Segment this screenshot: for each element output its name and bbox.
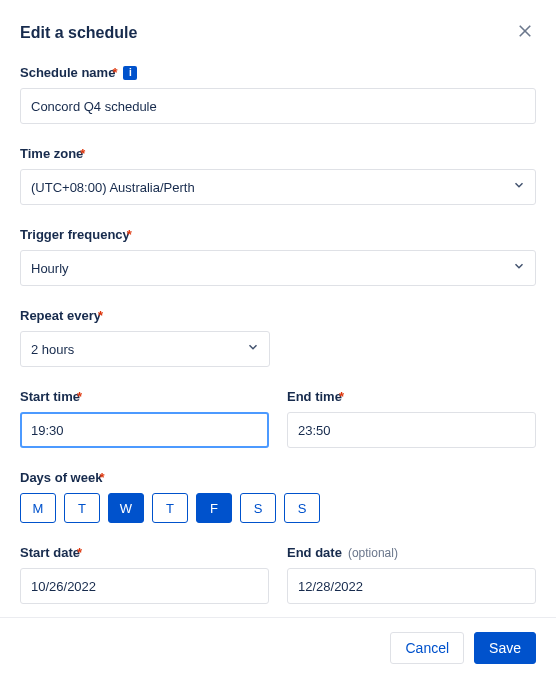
schedule-name-label: Schedule name* i	[20, 65, 536, 80]
required-marker: *	[339, 389, 344, 404]
close-icon	[516, 22, 534, 43]
timezone-group: Time zone* (UTC+08:00) Australia/Perth	[20, 146, 536, 205]
optional-marker: (optional)	[348, 546, 398, 560]
end-date-label: End date (optional)	[287, 545, 536, 560]
modal-title: Edit a schedule	[20, 24, 137, 42]
day-thursday[interactable]: T	[152, 493, 188, 523]
end-date-group: End date (optional)	[287, 545, 536, 604]
day-monday[interactable]: M	[20, 493, 56, 523]
day-sunday[interactable]: S	[284, 493, 320, 523]
repeat-every-group: Repeat every* 2 hours	[20, 308, 536, 367]
day-wednesday[interactable]: W	[108, 493, 144, 523]
end-date-input[interactable]	[287, 568, 536, 604]
required-marker: *	[112, 65, 117, 80]
required-marker: *	[127, 227, 132, 242]
required-marker: *	[99, 470, 104, 485]
end-time-group: End time*	[287, 389, 536, 448]
start-date-label: Start date*	[20, 545, 269, 560]
trigger-frequency-group: Trigger frequency* Hourly	[20, 227, 536, 286]
trigger-frequency-value: Hourly	[20, 250, 536, 286]
day-saturday[interactable]: S	[240, 493, 276, 523]
repeat-every-label: Repeat every*	[20, 308, 536, 323]
days-of-week-label: Days of week*	[20, 470, 536, 485]
day-tuesday[interactable]: T	[64, 493, 100, 523]
start-date-group: Start date*	[20, 545, 269, 604]
info-icon[interactable]: i	[123, 66, 137, 80]
required-marker: *	[80, 146, 85, 161]
repeat-every-value: 2 hours	[20, 331, 270, 367]
day-friday[interactable]: F	[196, 493, 232, 523]
days-of-week-group: Days of week* M T W T F S S	[20, 470, 536, 523]
required-marker: *	[77, 389, 82, 404]
start-date-input[interactable]	[20, 568, 269, 604]
modal-footer: Cancel Save	[0, 617, 556, 678]
end-time-label: End time*	[287, 389, 536, 404]
required-marker: *	[77, 545, 82, 560]
timezone-select[interactable]: (UTC+08:00) Australia/Perth	[20, 169, 536, 205]
close-button[interactable]	[514, 20, 536, 45]
timezone-value: (UTC+08:00) Australia/Perth	[20, 169, 536, 205]
save-button[interactable]: Save	[474, 632, 536, 664]
trigger-frequency-select[interactable]: Hourly	[20, 250, 536, 286]
start-time-label: Start time*	[20, 389, 269, 404]
modal-body: Schedule name* i Time zone* (UTC+08:00) …	[0, 53, 556, 617]
schedule-name-group: Schedule name* i	[20, 65, 536, 124]
timezone-label: Time zone*	[20, 146, 536, 161]
required-marker: *	[98, 308, 103, 323]
repeat-every-select[interactable]: 2 hours	[20, 331, 270, 367]
start-time-group: Start time*	[20, 389, 269, 448]
schedule-name-input[interactable]	[20, 88, 536, 124]
days-row: M T W T F S S	[20, 493, 536, 523]
end-time-input[interactable]	[287, 412, 536, 448]
modal-header: Edit a schedule	[0, 0, 556, 53]
start-time-input[interactable]	[20, 412, 269, 448]
cancel-button[interactable]: Cancel	[390, 632, 464, 664]
trigger-frequency-label: Trigger frequency*	[20, 227, 536, 242]
edit-schedule-modal: Edit a schedule Schedule name* i Time zo…	[0, 0, 556, 678]
